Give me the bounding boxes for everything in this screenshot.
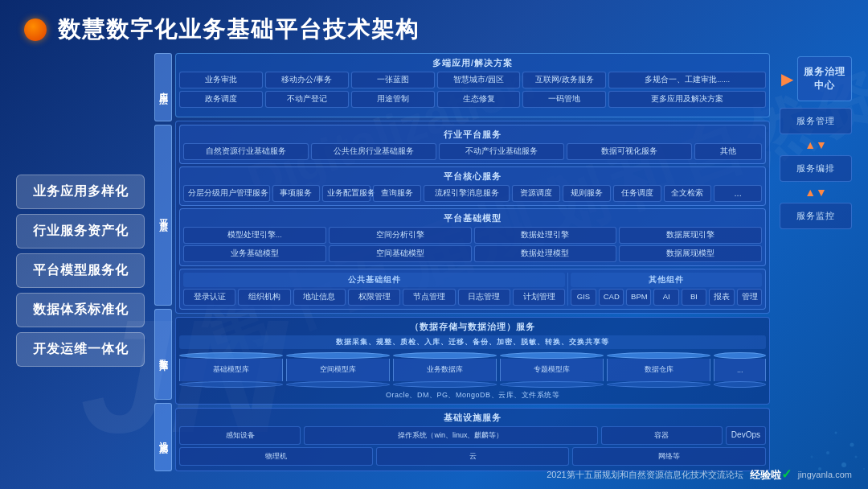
db-0: 基础模型库 xyxy=(179,352,283,388)
base-models-section: 平台基础模型 模型处理引擎... 空间分析引擎 数据处理引擎 数据展现引擎 业务… xyxy=(179,208,766,266)
core-svc-0: 分层分级用户管理服务 xyxy=(183,185,270,202)
app-chip-6: 政务调度 xyxy=(179,91,263,108)
oc-5: 报表 xyxy=(709,289,734,306)
db-body-4: 数据仓库 xyxy=(607,359,710,381)
app-chip-5: 多规合一、工建审批...... xyxy=(608,72,766,88)
core-services-section: 平台核心服务 分层分级用户管理服务 事项服务 业务配置服务 查询服务 流程引擎消… xyxy=(179,166,766,206)
base-models-row1: 模型处理引擎... 空间分析引擎 数据处理引擎 数据展现引擎 xyxy=(183,227,762,244)
core-svc-3: 查询服务 xyxy=(373,185,421,202)
core-svc-9: ... xyxy=(714,185,762,202)
db-1: 空间模型库 xyxy=(286,352,390,388)
app-chip-7: 不动产登记 xyxy=(265,91,349,108)
db-bottom-1 xyxy=(286,381,390,388)
core-svc-1: 事项服务 xyxy=(272,185,321,202)
app-chip-11: 更多应用及解决方案 xyxy=(608,91,766,108)
left-label-5: 开发运维一体化 xyxy=(16,332,145,367)
app-chip-1: 移动办公/事务 xyxy=(265,72,349,88)
db-top-1 xyxy=(286,352,390,359)
core-services-title: 平台核心服务 xyxy=(183,171,762,183)
db-5: ... xyxy=(714,352,766,388)
gov-arrow-2: ▲▼ xyxy=(780,185,852,199)
logo-icon xyxy=(24,18,47,41)
right-governance-panel: ▶ 服务治理中心 服务管理 ▲▼ 服务编排 ▲▼ 服务监控 xyxy=(780,53,852,471)
core-svc-6: 规则服务 xyxy=(563,185,611,202)
app-layer-section: 多端应用/解决方案 业务审批 移动办公/事务 一张蓝图 智慧城市/园区 互联网/… xyxy=(175,53,770,117)
db-top-2 xyxy=(393,352,497,359)
app-chip-0: 业务审批 xyxy=(179,72,263,88)
db-bottom-2 xyxy=(393,381,497,388)
other-components-title: 其他组件 xyxy=(571,273,762,287)
bm-4: 业务基础模型 xyxy=(183,245,326,262)
footer-logo-text: 经验啦 xyxy=(750,469,781,481)
platform-layer-section: 行业平台服务 自然资源行业基础服务 公共住房行业基础服务 不动产行业基础服务 数… xyxy=(175,121,770,314)
header: 数慧数字化业务基础平台技术架构 xyxy=(0,0,868,53)
bm-2: 数据处理引擎 xyxy=(474,227,617,244)
core-svc-5: 资源调度 xyxy=(512,185,560,202)
oc-4: BI xyxy=(682,289,706,306)
oc-1: CAD xyxy=(599,289,624,306)
devops-chip: DevOps xyxy=(726,426,766,445)
app-chip-8: 用途管制 xyxy=(351,91,435,108)
db-top-4 xyxy=(607,352,710,359)
components-section: 公共基础组件 登录认证 组织机构 地址信息 权限管理 节点管理 日志管理 计划管… xyxy=(179,269,766,310)
industry-services-title: 行业平台服务 xyxy=(183,129,762,141)
ind-svc-0: 自然资源行业基础服务 xyxy=(183,143,309,160)
gov-item-0: 服务管理 xyxy=(780,108,852,134)
app-row1: 业务审批 移动办公/事务 一张蓝图 智慧城市/园区 互联网/政务服务 多规合一、… xyxy=(179,72,766,88)
left-label-2: 行业服务资产化 xyxy=(16,214,145,249)
base-models-title: 平台基础模型 xyxy=(183,212,762,224)
db-footnote: Oracle、DM、PG、MongoDB、云库、文件系统等 xyxy=(179,390,766,401)
db-top-5 xyxy=(714,352,766,359)
db-body-2: 业务数据库 xyxy=(393,359,497,381)
db-4: 数据仓库 xyxy=(607,352,710,388)
infra-2: 容器 xyxy=(601,426,723,445)
main-layout: 业务应用多样化 行业服务资产化 平台模型服务化 数据体系标准化 开发运维一体化 … xyxy=(0,53,868,471)
comp-2: 地址信息 xyxy=(293,289,346,306)
infra-sub-0: 物理机 xyxy=(179,447,373,466)
infra-layer-label: 设施层 xyxy=(154,403,172,471)
bm-1: 空间分析引擎 xyxy=(329,227,472,244)
data-layer-label: 数据库 xyxy=(154,309,172,400)
page-title: 数慧数字化业务基础平台技术架构 xyxy=(58,14,420,45)
data-layer-title: （数据存储与数据治理）服务 xyxy=(179,321,766,333)
core-svc-8: 全文检索 xyxy=(664,185,712,202)
arrow-to-governance: ▶ xyxy=(780,69,795,88)
app-chip-3: 智慧城市/园区 xyxy=(437,72,521,88)
oc-3: AI xyxy=(653,289,678,306)
industry-services-section: 行业平台服务 自然资源行业基础服务 公共住房行业基础服务 不动产行业基础服务 数… xyxy=(179,125,766,164)
app-chip-2: 一张蓝图 xyxy=(351,72,435,88)
db-top-3 xyxy=(500,352,604,359)
ind-svc-4: 其他 xyxy=(694,143,762,160)
db-bottom-3 xyxy=(500,381,604,388)
bm-0: 模型处理引擎... xyxy=(183,227,326,244)
oc-6: 管理 xyxy=(737,289,762,306)
arch-main: 多端应用/解决方案 业务审批 移动办公/事务 一张蓝图 智慧城市/园区 互联网/… xyxy=(175,53,770,471)
db-cylinders: 基础模型库 空间模型库 业务数据库 专题 xyxy=(179,352,766,388)
industry-services-row: 自然资源行业基础服务 公共住房行业基础服务 不动产行业基础服务 数据可视化服务 … xyxy=(183,143,762,160)
gov-arrow-1: ▲▼ xyxy=(780,138,852,152)
db-body-3: 专题模型库 xyxy=(500,359,604,381)
bm-5: 空间基础模型 xyxy=(329,245,472,262)
comp-6: 计划管理 xyxy=(513,289,565,306)
footer: 2021第十五届规划和自然资源信息化技术交流论坛 经验啦✓ jingyanla.… xyxy=(547,466,852,483)
db-top-0 xyxy=(179,352,283,359)
infra-1: 操作系统（win、linux、麒麟等） xyxy=(304,426,598,445)
footer-site: jingyanla.com xyxy=(798,470,852,479)
db-bottom-4 xyxy=(607,381,710,388)
bm-7: 数据展现模型 xyxy=(619,245,762,262)
gov-item-2: 服务监控 xyxy=(780,203,852,229)
infra-row2: 物理机 云 网络等 xyxy=(179,447,766,466)
ind-svc-2: 不动产行业基础服务 xyxy=(439,143,564,160)
check-icon: ✓ xyxy=(781,467,792,481)
components-row: 公共基础组件 登录认证 组织机构 地址信息 权限管理 节点管理 日志管理 计划管… xyxy=(183,273,762,306)
pub-components-row: 登录认证 组织机构 地址信息 权限管理 节点管理 日志管理 计划管理 xyxy=(183,289,565,306)
db-body-1: 空间模型库 xyxy=(286,359,390,381)
db-bottom-0 xyxy=(179,381,283,388)
db-body-5: ... xyxy=(714,359,766,381)
data-layer-subtitle: 数据采集、规整、质检、入库、迁移、备份、加密、脱敏、转换、交换共享等 xyxy=(179,335,766,349)
infra-title: 基础设施服务 xyxy=(179,412,766,424)
ind-svc-1: 公共住房行业基础服务 xyxy=(311,143,436,160)
base-models-row2: 业务基础模型 空间基础模型 数据处理模型 数据展现模型 xyxy=(183,245,762,262)
core-svc-7: 任务调度 xyxy=(613,185,661,202)
bm-3: 数据展现引擎 xyxy=(619,227,762,244)
